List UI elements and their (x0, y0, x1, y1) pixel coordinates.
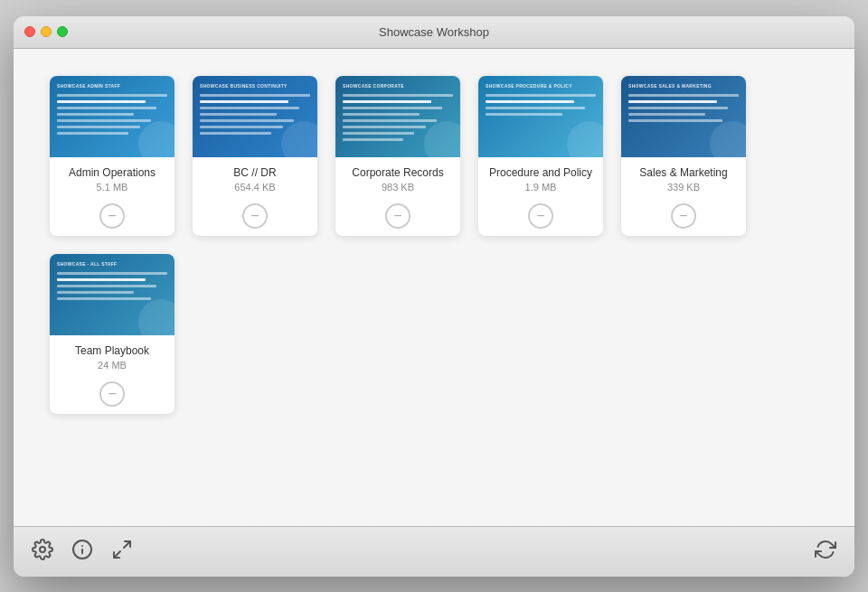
info-icon[interactable] (71, 539, 93, 564)
traffic-lights (24, 26, 68, 37)
card-name-procedure-policy: Procedure and Policy (486, 166, 596, 179)
remove-button-bc-dr[interactable]: − (242, 203, 268, 229)
svg-point-0 (40, 547, 45, 552)
card-size-sales-marketing: 339 KB (628, 182, 739, 193)
card-size-corporate-records: 983 KB (343, 182, 453, 193)
remove-button-admin-operations[interactable]: − (99, 203, 125, 229)
bottom-right-icons (815, 539, 836, 564)
card-thumbnail-bc-dr: SHOWCASE BUSINESS CONTINUITY (193, 76, 317, 157)
card-thumbnail-corporate-records: SHOWCASE CORPORATE (335, 76, 460, 157)
card-thumbnail-team-playbook: SHOWCASE - ALL STAFF (50, 254, 175, 335)
card-thumbnail-admin-operations: SHOWCASE ADMIN STAFF (50, 76, 175, 157)
card-name-team-playbook: Team Playbook (57, 344, 167, 357)
remove-button-sales-marketing[interactable]: − (671, 203, 696, 229)
titlebar: Showcase Workshop (14, 16, 854, 49)
card-grid: SHOWCASE ADMIN STAFFAdmin Operations5.1 … (50, 76, 818, 414)
card-sales-marketing[interactable]: SHOWCASE SALES & MARKETINGSales & Market… (621, 76, 746, 236)
remove-button-procedure-policy[interactable]: − (528, 203, 553, 229)
card-bc-dr[interactable]: SHOWCASE BUSINESS CONTINUITYBC // DR654.… (193, 76, 317, 236)
window-title: Showcase Workshop (379, 25, 489, 39)
card-name-corporate-records: Corporate Records (343, 166, 453, 179)
card-size-team-playbook: 24 MB (57, 360, 167, 371)
main-window: Showcase Workshop SHOWCASE ADMIN STAFFAd… (14, 16, 854, 577)
expand-icon[interactable] (111, 539, 133, 564)
bottom-left-icons (32, 539, 133, 564)
card-size-procedure-policy: 1.9 MB (486, 182, 596, 193)
svg-line-4 (124, 541, 130, 548)
minimize-button[interactable] (41, 26, 52, 37)
settings-icon[interactable] (32, 539, 53, 564)
card-thumbnail-sales-marketing: SHOWCASE SALES & MARKETING (621, 76, 746, 157)
card-admin-operations[interactable]: SHOWCASE ADMIN STAFFAdmin Operations5.1 … (50, 76, 175, 236)
remove-button-corporate-records[interactable]: − (385, 203, 410, 229)
card-team-playbook[interactable]: SHOWCASE - ALL STAFFTeam Playbook24 MB− (50, 254, 175, 414)
sync-icon[interactable] (815, 542, 836, 565)
svg-line-5 (114, 551, 120, 558)
card-name-admin-operations: Admin Operations (57, 166, 167, 179)
card-size-admin-operations: 5.1 MB (57, 182, 167, 193)
remove-button-team-playbook[interactable]: − (99, 381, 125, 407)
card-name-sales-marketing: Sales & Marketing (628, 166, 739, 179)
card-thumbnail-procedure-policy: SHOWCASE PROCEDURE & POLICY (478, 76, 603, 157)
close-button[interactable] (24, 26, 35, 37)
content-area: SHOWCASE ADMIN STAFFAdmin Operations5.1 … (14, 49, 854, 526)
card-name-bc-dr: BC // DR (200, 166, 310, 179)
card-procedure-policy[interactable]: SHOWCASE PROCEDURE & POLICYProcedure and… (478, 76, 603, 236)
card-corporate-records[interactable]: SHOWCASE CORPORATECorporate Records983 K… (335, 76, 460, 236)
bottom-bar (14, 526, 854, 577)
card-size-bc-dr: 654.4 KB (200, 182, 310, 193)
maximize-button[interactable] (57, 26, 68, 37)
